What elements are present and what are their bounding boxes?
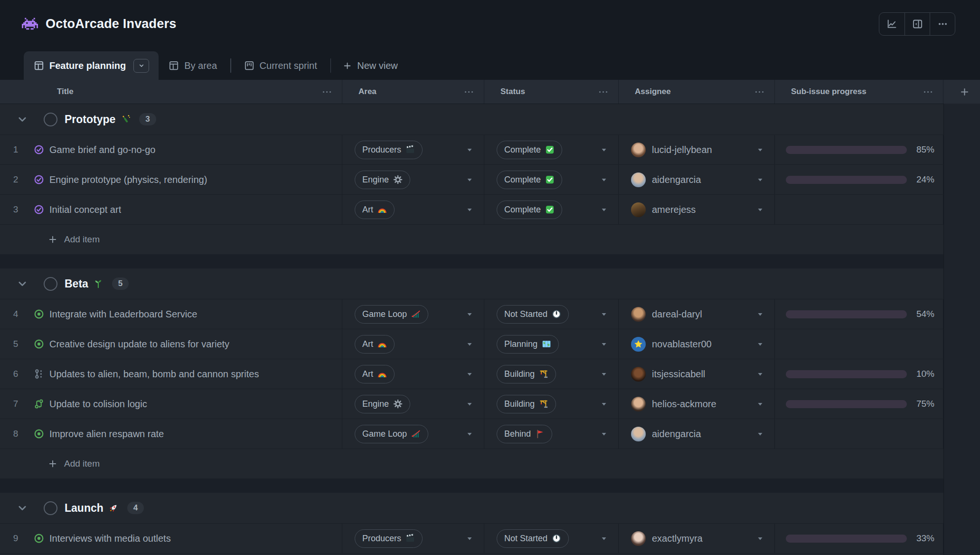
rainbow-emoji [377, 205, 387, 214]
projects-app: OctoArcade Invaders Feature planning By … [0, 0, 980, 555]
caret-down-icon [601, 312, 607, 316]
graph-icon [887, 19, 897, 29]
status-cell[interactable]: Not Started [484, 299, 619, 329]
caret-down-icon [601, 432, 607, 436]
assignee-cell[interactable]: helios-ackmore [619, 389, 775, 419]
group-count-badge: 5 [112, 278, 129, 290]
issue-title[interactable]: Creative design update to aliens for var… [49, 339, 229, 350]
collapse-chevron-icon[interactable] [17, 278, 28, 289]
view-options-caret-button[interactable] [133, 59, 149, 73]
caret-down-icon [757, 178, 763, 182]
column-header-title[interactable]: Title [0, 80, 342, 104]
check-mark-emoji [545, 175, 555, 184]
roller-coaster-emoji [411, 309, 421, 319]
avatar [631, 367, 646, 382]
progress-bar [786, 370, 907, 378]
progress-cell [775, 195, 943, 224]
column-header-assignee[interactable]: Assignee [619, 80, 775, 104]
tab-current-sprint[interactable]: Current sprint [234, 51, 328, 80]
status-cell[interactable]: Behind [484, 419, 619, 449]
area-cell[interactable]: Game Loop [342, 299, 484, 329]
status-cell[interactable]: Complete [484, 195, 619, 224]
add-field-button[interactable] [943, 80, 980, 104]
status-cell[interactable]: Not Started [484, 524, 619, 553]
pull-request-icon [31, 399, 47, 409]
status-cell[interactable]: Planning [484, 329, 619, 359]
area-cell[interactable]: Game Loop [342, 419, 484, 449]
collapse-chevron-icon[interactable] [17, 114, 28, 124]
assignee-cell[interactable]: amerejess [619, 195, 775, 224]
area-cell[interactable]: Producers [342, 135, 484, 164]
issue-title[interactable]: Initial concept art [49, 204, 121, 215]
assignee-cell[interactable]: dareal-daryl [619, 299, 775, 329]
progress-cell [775, 329, 943, 359]
add-item-button[interactable]: Add item [0, 224, 980, 254]
area-cell[interactable]: Art [342, 195, 484, 224]
progress-cell: 24% [775, 165, 943, 194]
table-view-icon [169, 61, 179, 70]
status-cell[interactable]: Building [484, 359, 619, 389]
caret-down-icon [601, 178, 607, 182]
assignee-cell[interactable]: exactlymyra [619, 524, 775, 553]
progress-cell: 85% [775, 135, 943, 164]
column-menu-icon[interactable] [322, 91, 331, 93]
progress-bar [786, 146, 907, 154]
status-cell[interactable]: Complete [484, 135, 619, 164]
column-menu-icon[interactable] [464, 91, 473, 93]
roller-coaster-emoji [411, 429, 421, 439]
issue-title[interactable]: Engine prototype (physics, rendering) [49, 174, 207, 185]
status-cell[interactable]: Complete [484, 165, 619, 194]
tab-feature-planning[interactable]: Feature planning [24, 51, 159, 80]
assignee-cell[interactable]: novablaster00 [619, 329, 775, 359]
progress-percent: 54% [916, 309, 934, 319]
more-options-button[interactable] [930, 13, 955, 35]
area-cell[interactable]: Art [342, 329, 484, 359]
assignee-cell[interactable]: aidengarcia [619, 165, 775, 194]
caret-down-icon [601, 536, 607, 541]
avatar [631, 202, 646, 217]
iteration-circle-icon [44, 277, 57, 291]
column-header-progress[interactable]: Sub-issue progress [775, 80, 943, 104]
progress-cell: 54% [775, 299, 943, 329]
issue-title[interactable]: Updates to alien, beam, bomb and cannon … [49, 369, 259, 380]
caret-down-icon [601, 342, 607, 346]
area-cell[interactable]: Art [342, 359, 484, 389]
issue-title[interactable]: Improve alien respawn rate [49, 429, 164, 440]
tab-by-area[interactable]: By area [159, 51, 227, 80]
area-cell[interactable]: Engine [342, 389, 484, 419]
group-gap [0, 254, 980, 268]
issue-title[interactable]: Update to colision logic [49, 399, 147, 410]
status-cell[interactable]: Building [484, 389, 619, 419]
tab-label: By area [184, 60, 217, 71]
issue-title[interactable]: Integrate with Leaderboard Service [49, 309, 197, 320]
crane-emoji [539, 369, 548, 379]
caret-down-icon [467, 536, 472, 541]
new-view-button[interactable]: New view [334, 51, 407, 80]
caret-down-icon [757, 536, 763, 541]
column-header-status[interactable]: Status [484, 80, 619, 104]
area-cell[interactable]: Producers [342, 524, 484, 553]
assignee-cell[interactable]: aidengarcia [619, 419, 775, 449]
issue-title[interactable]: Game brief and go-no-go [49, 144, 155, 155]
column-menu-icon[interactable] [755, 91, 764, 93]
star-icon [633, 339, 643, 349]
new-view-label: New view [357, 60, 398, 71]
avatar [631, 337, 646, 352]
side-panel-button[interactable] [905, 13, 930, 35]
area-cell[interactable]: Engine [342, 165, 484, 194]
insights-button[interactable] [879, 13, 905, 35]
add-item-button[interactable]: Add item [0, 449, 980, 478]
assignee-cell[interactable]: lucid-jellybean [619, 135, 775, 164]
column-header-area[interactable]: Area [342, 80, 484, 104]
rocket-emoji [108, 503, 119, 513]
check-mark-emoji [545, 145, 555, 154]
collapse-chevron-icon[interactable] [17, 503, 28, 513]
tab-label: Feature planning [49, 60, 126, 71]
issue-title[interactable]: Interviews with media outlets [49, 533, 171, 544]
column-menu-icon[interactable] [599, 91, 608, 93]
column-menu-icon[interactable] [923, 91, 933, 93]
assignee-cell[interactable]: itsjessicabell [619, 359, 775, 389]
row-number: 2 [0, 174, 31, 185]
caret-down-icon [601, 372, 607, 376]
plus-icon [48, 235, 57, 244]
